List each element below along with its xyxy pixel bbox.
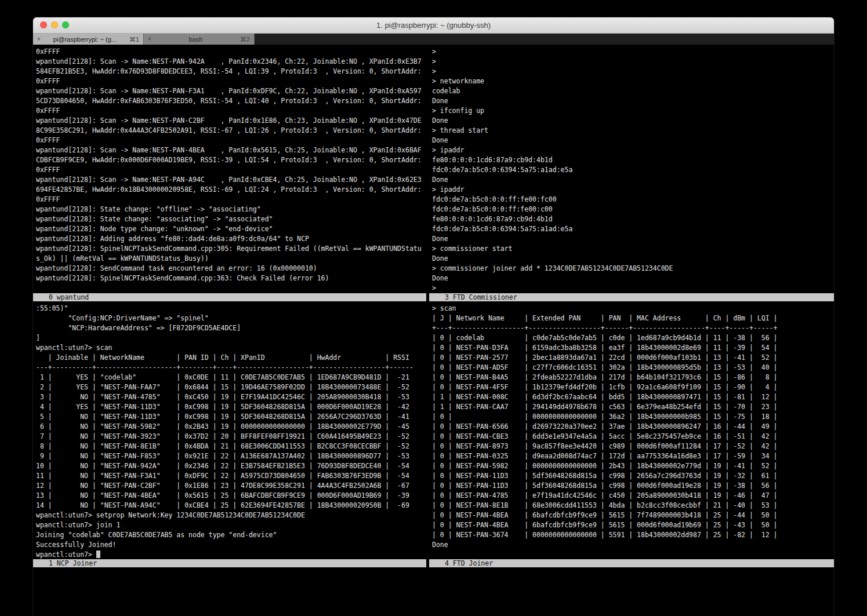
pane-status-ftd-joiner: 4 FTD Joiner bbox=[429, 559, 834, 567]
titlebar[interactable]: 1. pi@raspberrypi: ~ (gnubby-ssh) bbox=[33, 17, 834, 34]
terminal-cursor bbox=[96, 551, 100, 558]
zoom-button[interactable] bbox=[62, 21, 69, 28]
tab-label: bash bbox=[155, 36, 237, 43]
wpanctl-scan-output: :55:05)" "Config:NCP:DriverName" => "spi… bbox=[33, 301, 426, 550]
pane-ftd-commissioner[interactable]: > > > > networkname codelab Done > ifcon… bbox=[429, 45, 834, 301]
tab-shortcut: ⌘2 bbox=[240, 36, 250, 43]
tab-close-icon[interactable]: × bbox=[148, 34, 151, 45]
wpantund-log-output: 0xFFFF wpantund[2128]: Scan -> Name:NEST… bbox=[33, 45, 426, 283]
traffic-lights bbox=[40, 21, 69, 28]
tmux-session: 0xFFFF wpantund[2128]: Scan -> Name:NEST… bbox=[33, 45, 834, 616]
pane-ftd-joiner[interactable]: > scan | J | Network Name | Extended PAN… bbox=[429, 301, 834, 567]
pane-wpantund[interactable]: 0xFFFF wpantund[2128]: Scan -> Name:NEST… bbox=[33, 45, 426, 301]
minimize-button[interactable] bbox=[51, 21, 58, 28]
pane-ncp-joiner[interactable]: :55:05)" "Config:NCP:DriverName" => "spi… bbox=[33, 301, 426, 567]
tab-shortcut: ⌘1 bbox=[129, 36, 139, 43]
tab-bash[interactable]: × bash ⌘2 bbox=[144, 34, 255, 45]
commissioner-cli-output: > > > > networkname codelab Done > ifcon… bbox=[429, 45, 834, 293]
terminal-window: 1. pi@raspberrypi: ~ (gnubby-ssh) × pi@r… bbox=[33, 17, 834, 616]
tab-bar: × pi@raspberrypi: ~ (g... ⌘1 × bash ⌘2 bbox=[33, 34, 834, 45]
pane-status-commissioner: 3 FTD Commissioner bbox=[429, 293, 834, 301]
pane-status-ncp-joiner: 1 NCP Joiner bbox=[33, 559, 426, 567]
joiner-scan-output: > scan | J | Network Name | Extended PAN… bbox=[429, 301, 834, 550]
window-title: 1. pi@raspberrypi: ~ (gnubby-ssh) bbox=[33, 21, 834, 30]
tab-label: pi@raspberrypi: ~ (g... bbox=[44, 36, 126, 43]
tab-close-icon[interactable]: × bbox=[37, 34, 41, 45]
close-button[interactable] bbox=[40, 21, 47, 28]
tab-ssh-session[interactable]: × pi@raspberrypi: ~ (g... ⌘1 bbox=[33, 34, 144, 45]
pane-status-wpantund: 0 wpantund bbox=[33, 293, 426, 301]
prompt-text: wpanctl:utun7> bbox=[36, 551, 96, 559]
command-prompt-line[interactable]: wpanctl:utun7> bbox=[33, 550, 426, 560]
